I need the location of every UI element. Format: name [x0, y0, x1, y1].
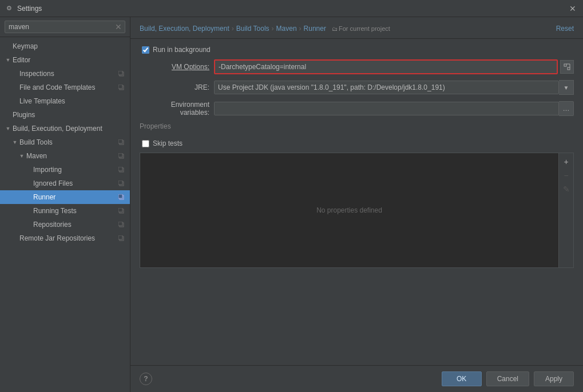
- tree-item-label: Maven: [26, 151, 117, 161]
- jre-select[interactable]: Use Project JDK (java version "1.8.0_191…: [214, 81, 559, 94]
- sidebar-item-keymap[interactable]: Keymap: [0, 39, 130, 53]
- breadcrumb: Build, Execution, Deployment › Build Too…: [140, 25, 390, 33]
- svg-rect-3: [118, 85, 122, 89]
- project-icon: 🗂: [332, 26, 338, 32]
- add-property-button[interactable]: +: [560, 155, 573, 168]
- svg-rect-5: [118, 139, 122, 143]
- skip-tests-label: Skip tests: [153, 139, 183, 147]
- sidebar-item-remote-jar-repositories[interactable]: Remote Jar Repositories: [0, 231, 130, 245]
- svg-rect-21: [568, 67, 570, 70]
- breadcrumb-separator: ›: [232, 25, 234, 33]
- svg-rect-11: [118, 181, 122, 185]
- properties-title: Properties: [140, 122, 574, 130]
- cancel-button[interactable]: Cancel: [486, 371, 529, 386]
- sidebar-item-editor[interactable]: ▼Editor: [0, 53, 130, 67]
- svg-rect-15: [118, 208, 122, 212]
- copy-icon: [117, 166, 125, 174]
- jre-row: JRE: Use Project JDK (java version "1.8.…: [140, 80, 574, 95]
- sidebar-tree: Keymap▼EditorInspections File and Code T…: [0, 37, 130, 392]
- sidebar-item-live-templates[interactable]: Live Templates: [0, 94, 130, 108]
- tree-arrow: ▼: [11, 137, 18, 147]
- close-button[interactable]: ✕: [567, 3, 578, 14]
- svg-rect-1: [118, 71, 122, 75]
- svg-rect-19: [118, 235, 122, 239]
- svg-rect-13: [118, 194, 122, 198]
- copy-icon: [117, 234, 125, 242]
- copy-icon: [117, 70, 125, 78]
- tree-item-label: Repositories: [33, 219, 117, 230]
- env-vars-input[interactable]: [214, 102, 559, 115]
- search-bar: ✕: [0, 17, 130, 37]
- content-area: Build, Execution, Deployment › Build Too…: [130, 17, 583, 392]
- vm-options-label-text: VM Options:: [172, 63, 209, 71]
- sidebar-item-repositories[interactable]: Repositories: [0, 218, 130, 231]
- sidebar-item-importing[interactable]: Importing: [0, 163, 130, 177]
- window-title: Settings: [17, 5, 567, 13]
- run-in-background-checkbox[interactable]: [142, 46, 149, 54]
- breadcrumb-part-3: Runner: [304, 25, 326, 33]
- properties-table: No properties defined + − ✎: [140, 153, 574, 268]
- sidebar-item-inspections[interactable]: Inspections: [0, 67, 130, 81]
- properties-buttons: + − ✎: [558, 153, 573, 267]
- edit-property-button[interactable]: ✎: [560, 183, 573, 195]
- svg-rect-9: [118, 167, 122, 171]
- remove-property-button[interactable]: −: [560, 169, 573, 182]
- jre-dropdown-button[interactable]: ▼: [559, 80, 574, 95]
- tree-item-label: Live Templates: [19, 96, 125, 106]
- svg-rect-20: [564, 64, 566, 66]
- tree-item-label: Running Tests: [33, 206, 117, 216]
- properties-inner: No properties defined + − ✎: [140, 153, 573, 267]
- tree-item-label: Remote Jar Repositories: [19, 233, 117, 243]
- vm-input-wrapper: [214, 59, 558, 74]
- tree-item-label: Inspections: [19, 69, 117, 79]
- apply-button[interactable]: Apply: [534, 371, 574, 386]
- tree-arrow: ▼: [5, 55, 11, 65]
- vm-options-label: VM Options:: [140, 63, 214, 71]
- copy-icon: [117, 138, 125, 146]
- title-bar: ⚙ Settings ✕: [0, 0, 583, 17]
- reset-link[interactable]: Reset: [556, 25, 574, 33]
- footer-left: ?: [140, 373, 152, 385]
- tree-item-label: Editor: [13, 55, 125, 65]
- tree-item-label: Importing: [33, 165, 117, 175]
- jre-label: JRE:: [140, 83, 214, 91]
- sidebar-item-file-code-templates[interactable]: File and Code Templates: [0, 81, 130, 94]
- sidebar-item-running-tests[interactable]: Running Tests: [0, 204, 130, 218]
- run-in-background-label: Run in background: [153, 46, 211, 54]
- env-vars-label: Environment variables:: [140, 101, 214, 117]
- breadcrumb-part-1: Build Tools: [236, 25, 269, 33]
- sidebar-item-plugins[interactable]: Plugins: [0, 108, 130, 122]
- footer: ? OK Cancel Apply: [130, 365, 583, 392]
- vm-options-input[interactable]: [215, 61, 557, 73]
- sidebar-item-build-execution-deployment[interactable]: ▼Build, Execution, Deployment: [0, 122, 130, 135]
- breadcrumb-separator: ›: [299, 25, 302, 33]
- copy-icon: [117, 179, 125, 187]
- copy-icon: [117, 207, 125, 215]
- jre-select-wrapper: Use Project JDK (java version "1.8.0_191…: [214, 80, 574, 95]
- ok-button[interactable]: OK: [442, 371, 482, 386]
- tree-item-label: Build, Execution, Deployment: [13, 123, 125, 134]
- sidebar-item-build-tools[interactable]: ▼Build Tools: [0, 135, 130, 149]
- tree-arrow: ▼: [5, 123, 11, 134]
- search-clear-button[interactable]: ✕: [115, 22, 122, 31]
- tree-arrow: ▼: [18, 151, 25, 161]
- footer-right: OK Cancel Apply: [442, 371, 574, 386]
- tree-item-label: Keymap: [13, 41, 125, 51]
- main-layout: ✕ Keymap▼EditorInspections File and Code…: [0, 17, 583, 392]
- no-properties-text: No properties defined: [316, 206, 382, 214]
- content-header: Build, Execution, Deployment › Build Too…: [130, 17, 583, 39]
- app-icon: ⚙: [5, 4, 14, 13]
- skip-tests-checkbox[interactable]: [142, 140, 149, 147]
- tree-item-label: Build Tools: [19, 137, 117, 147]
- search-input[interactable]: [5, 21, 125, 33]
- env-more-button[interactable]: …: [559, 101, 574, 116]
- help-button[interactable]: ?: [140, 373, 152, 385]
- breadcrumb-part-0: Build, Execution, Deployment: [140, 25, 229, 33]
- sidebar-item-maven[interactable]: ▼Maven: [0, 149, 130, 163]
- sidebar-item-runner[interactable]: Runner: [0, 190, 130, 204]
- sidebar: ✕ Keymap▼EditorInspections File and Code…: [0, 17, 130, 392]
- svg-rect-7: [118, 153, 122, 157]
- breadcrumb-part-2: Maven: [276, 25, 297, 33]
- vm-options-action-button[interactable]: [560, 60, 574, 74]
- sidebar-item-ignored-files[interactable]: Ignored Files: [0, 177, 130, 190]
